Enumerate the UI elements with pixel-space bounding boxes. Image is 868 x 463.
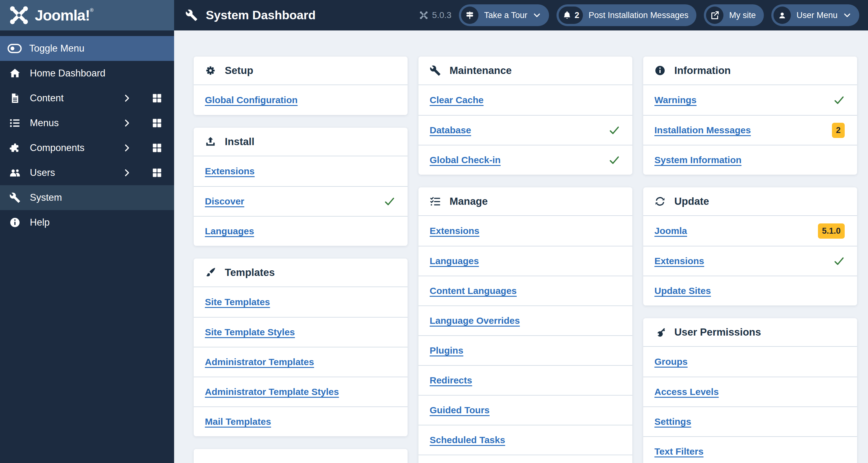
link-language-overrides[interactable]: Language Overrides [430,316,520,326]
card-title: Maintenance [450,65,512,76]
dashboard-row: Update Sites [643,276,857,305]
link-discover[interactable]: Discover [205,196,244,207]
card-templates: TemplatesSite TemplatesSite Template Sty… [194,259,408,436]
dashboard-grid-icon[interactable] [152,143,162,153]
sidebar-item-menus[interactable]: Menus [0,111,174,135]
dashboard-row: Text Filters [643,436,857,463]
link-global-check-in[interactable]: Global Check-in [430,155,500,165]
sidebar-item-users[interactable]: Users [0,160,174,185]
link-languages[interactable]: Languages [205,226,254,236]
key-icon [654,327,665,338]
link-extensions[interactable]: Extensions [205,166,255,176]
user-menu-button[interactable]: User Menu [771,4,859,26]
link-joomla[interactable]: Joomla [654,226,687,236]
link-content-languages[interactable]: Content Languages [430,286,517,296]
my-site-button[interactable]: My site [704,4,764,26]
joomla-icon [8,4,30,26]
refresh-icon [654,196,665,207]
link-extensions[interactable]: Extensions [430,226,479,236]
chevron-right-icon [123,94,131,103]
toggle-icon [7,43,22,54]
dashboard-column-1: SetupGlobal ConfigurationInstallExtensio… [194,57,408,463]
link-text-filters[interactable]: Text Filters [654,446,704,457]
sidebar-item-system[interactable]: System [0,185,174,210]
toggle-menu-button[interactable]: Toggle Menu [0,36,174,61]
count-badge: 5.1.0 [818,224,845,239]
dashboard-row: Site Templates [194,287,408,317]
link-mail-templates[interactable]: Mail Templates [205,417,271,427]
dashboard-row: Warnings [643,85,857,115]
card-title: Update [674,195,709,207]
dashboard-column-2: MaintenanceClear CacheDatabaseGlobal Che… [418,57,632,463]
card-update: UpdateJoomla5.1.0ExtensionsUpdate Sites [643,187,857,305]
card-manage: ManageExtensionsLanguagesContent Languag… [418,187,632,463]
link-plugins[interactable]: Plugins [430,345,463,356]
sidebar-item-label: Users [30,167,55,178]
document-icon [7,93,22,104]
link-system-information[interactable]: System Information [654,155,741,165]
link-warnings[interactable]: Warnings [654,95,697,105]
dashboard-row: Clear Cache [418,85,632,115]
dashboard-row: Scheduled Tasks [418,425,632,455]
link-database[interactable]: Database [430,125,471,135]
sidebar-item-components[interactable]: Components [0,135,174,160]
sidebar: Toggle Menu Home DashboardContentMenusCo… [0,30,174,463]
link-administrator-templates[interactable]: Administrator Templates [205,357,314,367]
dashboard-grid-icon[interactable] [152,118,162,128]
link-extensions[interactable]: Extensions [654,256,704,266]
card-header-templates: Templates [194,259,408,287]
card-maintenance: MaintenanceClear CacheDatabaseGlobal Che… [418,57,632,175]
check-icon [609,125,620,136]
dashboard-row: Language Overrides [418,305,632,335]
link-groups[interactable]: Groups [654,356,688,367]
sidebar-item-help[interactable]: Help [0,210,174,235]
link-site-templates[interactable]: Site Templates [205,297,270,307]
chevron-right-icon [123,119,131,127]
joomla-logo: Joomla!® [0,0,174,30]
signpost-icon [461,6,478,24]
link-clear-cache[interactable]: Clear Cache [430,95,484,105]
link-installation-messages[interactable]: Installation Messages [654,125,751,135]
dashboard-row: Content Languages [418,276,632,305]
link-site-template-styles[interactable]: Site Template Styles [205,327,295,337]
link-administrator-template-styles[interactable]: Administrator Template Styles [205,387,339,397]
dashboard-row: Installation Messages2 [643,115,857,145]
link-settings[interactable]: Settings [654,417,691,427]
external-link-icon [706,6,723,24]
dashboard-row: Global Configuration [194,85,408,115]
take-a-tour-button[interactable]: Take a Tour [459,4,549,26]
upload-icon [205,136,216,147]
top-bar: Joomla!® System Dashboard 5.0.3 Take a T… [0,0,868,30]
post-installation-messages-button[interactable]: 2 Post Installation Messages [557,4,696,26]
card-header-user-permissions: User Permissions [643,318,857,347]
card-title: Install [225,136,254,147]
partial-card [194,449,408,463]
list-icon [7,118,22,129]
link-update-sites[interactable]: Update Sites [654,286,711,296]
count-badge: 2 [832,123,845,138]
check-icon [834,256,845,267]
card-header-setup: Setup [194,57,408,85]
dashboard-row: Site Template Styles [194,317,408,347]
dashboard-row: Guided Tours [418,395,632,425]
link-global-configuration[interactable]: Global Configuration [205,95,298,105]
sidebar-item-content[interactable]: Content [0,86,174,111]
clipped-row [418,455,632,463]
link-languages[interactable]: Languages [430,256,479,266]
dashboard-grid-icon[interactable] [152,93,162,103]
sidebar-item-home-dashboard[interactable]: Home Dashboard [0,61,174,86]
dashboard-row: Groups [643,347,857,376]
card-title: Setup [225,65,253,76]
brand-wordmark: Joomla!® [35,7,93,24]
dashboard-row: Settings [643,406,857,436]
info-icon [654,65,665,76]
gear-icon [205,65,216,76]
link-guided-tours[interactable]: Guided Tours [430,405,490,416]
link-redirects[interactable]: Redirects [430,375,472,386]
dashboard-grid-icon[interactable] [152,167,162,178]
link-access-levels[interactable]: Access Levels [654,387,719,397]
checklist-icon [430,196,441,207]
link-scheduled-tasks[interactable]: Scheduled Tasks [430,435,505,445]
check-icon [384,196,395,207]
sidebar-item-label: Home Dashboard [30,68,105,79]
